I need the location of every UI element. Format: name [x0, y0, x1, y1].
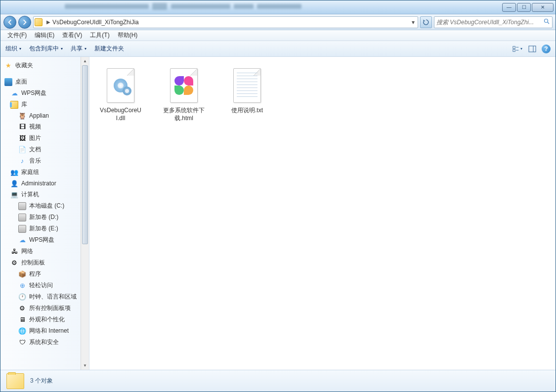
- menu-edit[interactable]: 编辑(E): [31, 30, 58, 41]
- minimize-button[interactable]: —: [502, 3, 516, 12]
- sidebar-homegroup[interactable]: 👥家庭组: [0, 167, 81, 178]
- sidebar-pictures[interactable]: 🖼图片: [0, 132, 81, 144]
- organize-button[interactable]: 组织▾: [5, 44, 21, 53]
- toolbar: 组织▾ 包含到库中▾ 共享▾ 新建文件夹 ▾ ?: [0, 41, 556, 57]
- forward-button[interactable]: [18, 16, 31, 29]
- view-options-button[interactable]: ▾: [512, 44, 523, 54]
- music-icon: ♪: [18, 157, 26, 165]
- programs-icon: 📦: [18, 270, 26, 278]
- homegroup-icon: 👥: [10, 169, 18, 176]
- status-text: 3 个对象: [30, 377, 53, 385]
- sidebar-desktop[interactable]: 桌面: [0, 76, 81, 87]
- share-button[interactable]: 共享▾: [71, 44, 86, 53]
- picture-icon: 🖼: [18, 134, 26, 142]
- preview-pane-button[interactable]: [527, 44, 538, 54]
- dll-file-icon: [103, 66, 138, 105]
- address-path: VsDebugCoreUIdll_XiTongZhiJia: [52, 19, 139, 26]
- sidebar-computer[interactable]: 💻计算机: [0, 189, 81, 200]
- html-file-icon: [167, 66, 201, 105]
- clock-icon: 🕐: [18, 293, 26, 301]
- sidebar-programs[interactable]: 📦程序: [0, 268, 81, 280]
- file-item-dll[interactable]: VsDebugCoreUI.dll: [96, 64, 145, 125]
- syssec-icon: 🛡: [18, 339, 26, 347]
- close-button[interactable]: ✕: [532, 3, 554, 12]
- disk-icon: [18, 214, 26, 221]
- file-name: 使用说明.txt: [231, 107, 263, 115]
- scroll-down-icon[interactable]: ▼: [81, 361, 89, 370]
- menu-file[interactable]: 文件(F): [3, 30, 31, 41]
- new-folder-button[interactable]: 新建文件夹: [94, 44, 124, 53]
- sidebar-documents[interactable]: 📄文档: [0, 144, 81, 155]
- sidebar-wps[interactable]: ☁WPS网盘: [0, 87, 81, 99]
- refresh-button[interactable]: [420, 16, 432, 28]
- address-field[interactable]: ▶ VsDebugCoreUIdll_XiTongZhiJia ▾: [33, 16, 418, 28]
- video-icon: 🎞: [18, 123, 26, 131]
- library-icon: [10, 101, 18, 109]
- ease-icon: ⊕: [18, 282, 26, 290]
- sidebar-disk-e[interactable]: 新加卷 (E:): [0, 223, 81, 234]
- maximize-button[interactable]: ☐: [517, 3, 531, 12]
- help-button[interactable]: ?: [542, 44, 551, 53]
- file-item-html[interactable]: 更多系统软件下载.html: [160, 64, 208, 125]
- sidebar-disk-c[interactable]: 本地磁盘 (C:): [0, 200, 81, 212]
- menu-help[interactable]: 帮助(H): [114, 30, 142, 41]
- title-blur: [65, 2, 457, 11]
- sidebar: ★收藏夹 桌面 ☁WPS网盘 库 🦉Applian 🎞视频 🖼图片 📄文档 ♪音…: [0, 57, 89, 370]
- cloud-icon: ☁: [10, 89, 18, 97]
- folder-icon: [35, 18, 43, 26]
- sidebar-syssec[interactable]: 🛡系统和安全: [0, 337, 81, 348]
- statusbar: 3 个对象: [0, 370, 556, 392]
- sidebar-libraries[interactable]: 库: [0, 99, 81, 110]
- sidebar-controlpanel[interactable]: ⚙控制面板: [0, 257, 81, 268]
- sidebar-appearance[interactable]: 🖥外观和个性化: [0, 314, 81, 325]
- file-item-txt[interactable]: 使用说明.txt: [223, 64, 271, 125]
- sidebar-wps2[interactable]: ☁WPS网盘: [0, 234, 81, 246]
- explorer-window: — ☐ ✕ ▶ VsDebugCoreUIdll_XiTongZhiJia ▾: [0, 0, 556, 392]
- address-bar: ▶ VsDebugCoreUIdll_XiTongZhiJia ▾: [0, 14, 556, 30]
- sidebar-music[interactable]: ♪音乐: [0, 155, 81, 167]
- disk-icon: [18, 225, 26, 233]
- sidebar-ease[interactable]: ⊕轻松访问: [0, 280, 81, 291]
- file-name: 更多系统软件下载.html: [162, 107, 206, 122]
- document-icon: 📄: [18, 146, 26, 154]
- sidebar-allcp[interactable]: ⚙所有控制面板项: [0, 303, 81, 314]
- disk-icon: [18, 202, 26, 210]
- sidebar-admin[interactable]: 👤Administrator: [0, 178, 81, 189]
- search-input[interactable]: [436, 19, 544, 26]
- titlebar[interactable]: — ☐ ✕: [0, 0, 556, 14]
- include-library-button[interactable]: 包含到库中▾: [29, 44, 63, 53]
- scroll-up-icon[interactable]: ▲: [81, 57, 89, 65]
- svg-point-0: [545, 19, 548, 22]
- scrollbar[interactable]: ▲ ▼: [81, 57, 89, 370]
- path-chevron-icon[interactable]: ▶: [46, 19, 50, 25]
- controlpanel-icon: ⚙: [10, 259, 18, 267]
- search-icon[interactable]: [544, 18, 550, 26]
- folder-status-icon: [6, 373, 24, 389]
- svg-rect-6: [529, 46, 536, 52]
- allcp-icon: ⚙: [18, 305, 26, 312]
- menubar: 文件(F) 编辑(E) 查看(V) 工具(T) 帮助(H): [0, 30, 556, 41]
- desktop-icon: [4, 78, 12, 86]
- back-button[interactable]: [3, 16, 16, 29]
- sidebar-netinternet[interactable]: 🌐网络和 Internet: [0, 325, 81, 337]
- txt-file-icon: [230, 66, 264, 105]
- sidebar-favorites[interactable]: ★收藏夹: [0, 60, 81, 71]
- netinternet-icon: 🌐: [18, 327, 26, 335]
- network-icon: 🖧: [10, 248, 18, 256]
- computer-icon: 💻: [10, 191, 18, 199]
- star-icon: ★: [4, 62, 12, 70]
- file-list[interactable]: VsDebugCoreUI.dll 更多系统软件下载.html: [89, 57, 556, 370]
- sidebar-applian[interactable]: 🦉Applian: [0, 110, 81, 121]
- menu-tools[interactable]: 工具(T): [86, 30, 113, 41]
- svg-rect-3: [513, 49, 515, 51]
- cloud-icon: ☁: [18, 236, 26, 244]
- menu-view[interactable]: 查看(V): [58, 30, 86, 41]
- search-box[interactable]: [434, 16, 553, 28]
- body: ★收藏夹 桌面 ☁WPS网盘 库 🦉Applian 🎞视频 🖼图片 📄文档 ♪音…: [0, 57, 556, 370]
- sidebar-clock[interactable]: 🕐时钟、语言和区域: [0, 291, 81, 303]
- owl-icon: 🦉: [18, 112, 26, 120]
- address-dropdown[interactable]: ▾: [410, 19, 417, 26]
- sidebar-disk-d[interactable]: 新加卷 (D:): [0, 212, 81, 223]
- sidebar-videos[interactable]: 🎞视频: [0, 121, 81, 132]
- sidebar-network[interactable]: 🖧网络: [0, 246, 81, 257]
